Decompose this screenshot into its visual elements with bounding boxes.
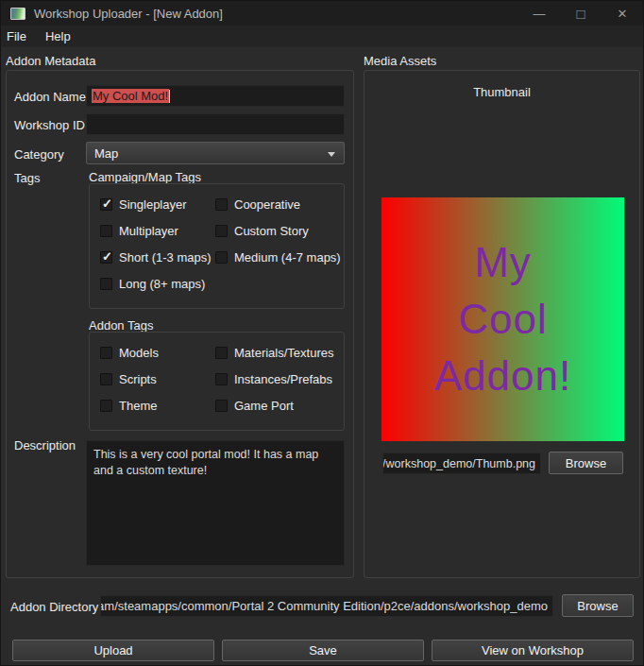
title-bar: Workshop Uploader - [New Addon] — □ ✕ [1, 1, 643, 26]
addon-tags-title: Addon Tags [89, 318, 153, 333]
thumbnail-label: Thumbnail [364, 85, 640, 99]
checkbox-cooperative[interactable]: Cooperative [215, 197, 341, 212]
thumbnail-text-line: Cool [458, 299, 548, 340]
maximize-icon[interactable]: □ [560, 1, 602, 26]
checkbox-box [215, 225, 228, 237]
checkbox-instances-prefabs[interactable]: Instances/Prefabs [215, 372, 336, 386]
chevron-down-icon [328, 152, 335, 157]
close-icon[interactable]: ✕ [602, 1, 643, 26]
addon-metadata-title: Addon Metadata [6, 54, 95, 68]
app-icon [10, 8, 25, 20]
media-assets-title: Media Assets [364, 54, 436, 68]
workshop-id-label: Workshop ID [14, 118, 85, 132]
campaign-tags-title: Campaign/Map Tags [89, 170, 201, 184]
selected-text: My Cool Mod! [92, 89, 169, 103]
checkbox-box [215, 347, 228, 359]
checkbox-theme[interactable]: Theme [100, 399, 215, 413]
thumbnail-text-line: My [474, 242, 532, 283]
checkbox-materials-textures[interactable]: Materials/Textures [215, 346, 336, 360]
checkbox-box [215, 251, 228, 264]
window-controls: — □ ✕ [518, 1, 643, 26]
workshop-id-input[interactable] [86, 113, 345, 135]
thumbnail-text-line: Addon! [434, 355, 571, 397]
thumbnail-path-value: s/workshop_demo/Thumb.png [382, 457, 535, 470]
checkbox-box [100, 400, 112, 412]
category-label: Category [14, 147, 64, 162]
menu-file[interactable]: File [1, 26, 36, 46]
addon-directory-input[interactable]: )/Steam/steamapps/common/Portal 2 Commun… [100, 595, 553, 617]
addon-name-label: Addon Name [14, 90, 86, 104]
thumbnail-browse-button[interactable]: Browse [549, 452, 623, 474]
save-button[interactable]: Save [222, 640, 424, 661]
checkbox-box [100, 347, 112, 359]
text-caret [169, 90, 170, 103]
checkbox-multiplayer[interactable]: Multiplayer [100, 224, 215, 238]
checkbox-box [100, 373, 112, 385]
addon-directory-value: )/Steam/steamapps/common/Portal 2 Commun… [100, 599, 548, 613]
checkbox-box [215, 400, 228, 412]
addon-directory-label: Addon Directory [10, 600, 98, 614]
checkbox-medium-maps[interactable]: Medium (4-7 maps) [215, 250, 341, 265]
checkbox-box [215, 373, 228, 385]
checkbox-singleplayer[interactable]: Singleplayer [100, 197, 215, 212]
checkbox-custom-story[interactable]: Custom Story [215, 224, 341, 238]
category-dropdown[interactable]: Map [86, 142, 345, 164]
thumbnail-path-input[interactable]: s/workshop_demo/Thumb.png [382, 453, 541, 474]
checkbox-models[interactable]: Models [100, 346, 215, 360]
campaign-tags-grid: Singleplayer Cooperative Multiplayer Cus… [100, 191, 336, 297]
menu-help[interactable]: Help [36, 26, 80, 46]
window-title: Workshop Uploader - [New Addon] [34, 7, 223, 21]
checkbox-game-port[interactable]: Game Port [215, 399, 336, 413]
workshop-uploader-window: Workshop Uploader - [New Addon] — □ ✕ Fi… [0, 0, 644, 666]
menu-bar: File Help [1, 26, 643, 47]
addon-directory-browse-button[interactable]: Browse [562, 594, 634, 617]
checkbox-box [100, 278, 112, 290]
view-on-workshop-button[interactable]: View on Workshop [432, 640, 634, 661]
checkbox-box [215, 198, 228, 211]
category-value: Map [94, 146, 118, 161]
checkbox-short-maps[interactable]: Short (1-3 maps) [100, 250, 215, 265]
addon-tags-grid: Models Materials/Textures Scripts Instan… [100, 339, 336, 418]
tags-label: Tags [14, 171, 40, 185]
upload-button[interactable]: Upload [12, 640, 214, 661]
description-textarea[interactable]: This is a very cool portal mod! It has a… [86, 440, 345, 566]
checkbox-box [100, 198, 112, 211]
checkbox-long-maps[interactable]: Long (8+ maps) [100, 277, 215, 291]
checkbox-scripts[interactable]: Scripts [100, 372, 215, 386]
thumbnail-image: My Cool Addon! [381, 197, 624, 441]
checkbox-box [100, 251, 112, 264]
addon-name-input[interactable]: My Cool Mod! [86, 85, 345, 107]
description-label: Description [14, 438, 76, 453]
minimize-icon[interactable]: — [518, 1, 560, 26]
checkbox-box [100, 225, 112, 237]
